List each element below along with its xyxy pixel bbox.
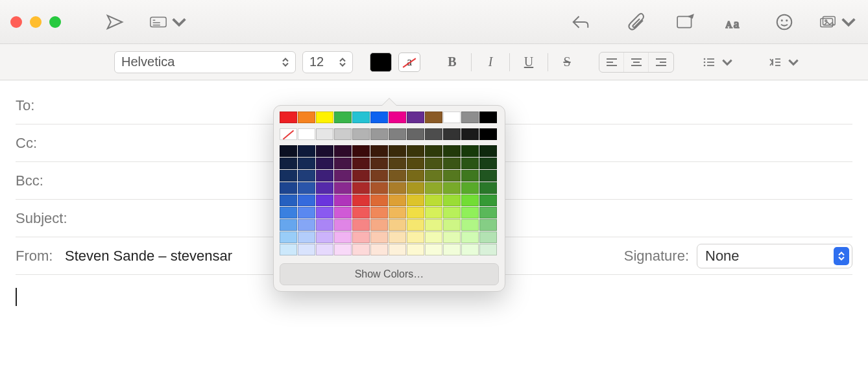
- color-swatch[interactable]: [298, 158, 315, 169]
- photos-button[interactable]: [819, 9, 858, 35]
- color-swatch[interactable]: [280, 182, 297, 194]
- color-swatch[interactable]: [407, 158, 424, 169]
- color-swatch[interactable]: [443, 231, 461, 243]
- color-swatch[interactable]: [389, 207, 406, 218]
- color-swatch[interactable]: [298, 194, 315, 206]
- color-swatch[interactable]: [316, 219, 333, 231]
- color-swatch[interactable]: [352, 145, 370, 157]
- color-swatch[interactable]: [443, 158, 461, 169]
- italic-button[interactable]: I: [481, 53, 500, 72]
- color-swatch[interactable]: [425, 182, 442, 194]
- color-swatch[interactable]: [407, 244, 424, 255]
- color-swatch[interactable]: [334, 112, 352, 123]
- color-swatch[interactable]: [316, 231, 333, 243]
- color-swatch[interactable]: [370, 207, 388, 218]
- color-swatch[interactable]: [389, 194, 406, 206]
- color-swatch[interactable]: [316, 158, 333, 169]
- color-swatch[interactable]: [280, 170, 297, 182]
- color-swatch[interactable]: [479, 158, 497, 169]
- close-window-button[interactable]: [10, 16, 22, 28]
- color-swatch[interactable]: [407, 194, 424, 206]
- color-swatch[interactable]: [443, 145, 461, 157]
- color-swatch[interactable]: [352, 182, 370, 194]
- color-swatch[interactable]: [389, 231, 406, 243]
- color-swatch[interactable]: [425, 170, 442, 182]
- show-colors-button[interactable]: Show Colors…: [280, 263, 499, 285]
- color-swatch[interactable]: [352, 231, 370, 243]
- color-swatch[interactable]: [370, 112, 388, 123]
- color-swatch[interactable]: [352, 158, 370, 169]
- color-swatch[interactable]: [407, 219, 424, 231]
- color-swatch[interactable]: [334, 231, 352, 243]
- attach-button[interactable]: [621, 9, 651, 35]
- emoji-button[interactable]: [769, 9, 799, 35]
- color-swatch[interactable]: [280, 194, 297, 206]
- color-swatch[interactable]: [389, 170, 406, 182]
- color-swatch[interactable]: [334, 170, 352, 182]
- color-swatch[interactable]: [407, 207, 424, 218]
- color-swatch[interactable]: [352, 170, 370, 182]
- minimize-window-button[interactable]: [30, 16, 42, 28]
- signature-select[interactable]: None: [697, 244, 852, 268]
- color-swatch[interactable]: [389, 112, 406, 123]
- color-swatch[interactable]: [298, 170, 315, 182]
- color-swatch[interactable]: [370, 231, 388, 243]
- color-swatch[interactable]: [352, 207, 370, 218]
- color-swatch[interactable]: [352, 244, 370, 255]
- color-swatch[interactable]: [334, 219, 352, 231]
- color-swatch[interactable]: [334, 207, 352, 218]
- color-swatch[interactable]: [479, 112, 497, 123]
- color-swatch[interactable]: [479, 194, 497, 206]
- color-swatch[interactable]: [425, 145, 442, 157]
- color-swatch[interactable]: [461, 158, 479, 169]
- color-swatch[interactable]: [443, 112, 461, 123]
- color-swatch[interactable]: [443, 170, 461, 182]
- color-swatch[interactable]: [334, 145, 352, 157]
- color-swatch[interactable]: [280, 145, 297, 157]
- color-swatch[interactable]: [334, 194, 352, 206]
- color-swatch[interactable]: [352, 194, 370, 206]
- color-swatch[interactable]: [389, 158, 406, 169]
- color-swatch[interactable]: [316, 112, 333, 123]
- color-swatch[interactable]: [407, 231, 424, 243]
- color-swatch[interactable]: [479, 231, 497, 243]
- color-swatch[interactable]: [443, 244, 461, 255]
- color-swatch[interactable]: [370, 182, 388, 194]
- color-swatch[interactable]: [407, 145, 424, 157]
- color-swatch[interactable]: [298, 128, 315, 140]
- color-swatch[interactable]: [389, 145, 406, 157]
- color-swatch[interactable]: [298, 182, 315, 194]
- color-swatch[interactable]: [461, 145, 479, 157]
- color-swatch[interactable]: [352, 219, 370, 231]
- send-button[interactable]: [100, 9, 130, 35]
- color-swatch[interactable]: [370, 128, 388, 140]
- color-swatch[interactable]: [479, 182, 497, 194]
- color-swatch[interactable]: [298, 112, 315, 123]
- text-color-button[interactable]: [370, 53, 392, 72]
- color-swatch[interactable]: [479, 128, 497, 140]
- color-swatch[interactable]: [389, 244, 406, 255]
- color-swatch[interactable]: [334, 244, 352, 255]
- color-swatch[interactable]: [298, 219, 315, 231]
- color-swatch[interactable]: [461, 219, 479, 231]
- color-swatch[interactable]: [280, 158, 297, 169]
- color-swatch[interactable]: [370, 145, 388, 157]
- color-swatch[interactable]: [370, 194, 388, 206]
- color-swatch[interactable]: [425, 219, 442, 231]
- color-swatch[interactable]: [370, 244, 388, 255]
- color-swatch[interactable]: [461, 194, 479, 206]
- color-swatch[interactable]: [389, 128, 406, 140]
- color-swatch[interactable]: [316, 182, 333, 194]
- color-swatch[interactable]: [443, 128, 461, 140]
- background-color-button[interactable]: a: [398, 53, 420, 72]
- color-swatch[interactable]: [316, 244, 333, 255]
- color-swatch[interactable]: [298, 207, 315, 218]
- color-swatch[interactable]: [461, 231, 479, 243]
- from-value[interactable]: Steven Sande – stevensar: [65, 248, 232, 265]
- color-swatch[interactable]: [425, 231, 442, 243]
- color-swatch[interactable]: [352, 128, 370, 140]
- align-right-button[interactable]: [649, 53, 673, 72]
- color-swatch[interactable]: [479, 219, 497, 231]
- strikethrough-button[interactable]: S: [557, 53, 577, 72]
- color-swatch[interactable]: [425, 112, 442, 123]
